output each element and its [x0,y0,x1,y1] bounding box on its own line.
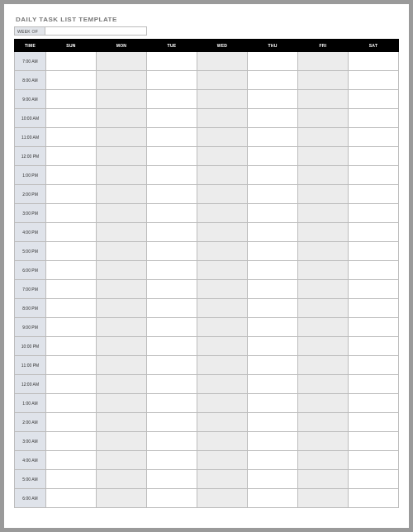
task-cell-sat[interactable] [349,261,399,280]
task-cell-fri[interactable] [298,280,349,299]
task-cell-fri[interactable] [298,318,349,337]
task-cell-fri[interactable] [298,299,349,318]
task-cell-thu[interactable] [248,109,298,128]
task-cell-thu[interactable] [248,128,298,147]
task-cell-mon[interactable] [97,71,147,90]
task-cell-tue[interactable] [147,128,197,147]
task-cell-mon[interactable] [97,413,147,432]
task-cell-mon[interactable] [97,90,147,109]
task-cell-wed[interactable] [197,280,248,299]
task-cell-mon[interactable] [97,470,147,489]
task-cell-tue[interactable] [147,147,197,166]
task-cell-sat[interactable] [349,489,399,508]
task-cell-mon[interactable] [97,52,147,71]
task-cell-thu[interactable] [248,470,298,489]
task-cell-sun[interactable] [46,261,97,280]
task-cell-sat[interactable] [349,242,399,261]
task-cell-fri[interactable] [298,432,349,451]
task-cell-wed[interactable] [197,166,248,185]
task-cell-wed[interactable] [197,489,248,508]
task-cell-fri[interactable] [298,451,349,470]
task-cell-mon[interactable] [97,166,147,185]
task-cell-sat[interactable] [349,71,399,90]
task-cell-sat[interactable] [349,451,399,470]
task-cell-tue[interactable] [147,204,197,223]
task-cell-mon[interactable] [97,185,147,204]
task-cell-sun[interactable] [46,71,97,90]
task-cell-wed[interactable] [197,204,248,223]
task-cell-tue[interactable] [147,318,197,337]
task-cell-fri[interactable] [298,261,349,280]
task-cell-wed[interactable] [197,223,248,242]
task-cell-sat[interactable] [349,432,399,451]
task-cell-fri[interactable] [298,394,349,413]
task-cell-tue[interactable] [147,356,197,375]
week-of-input[interactable] [45,26,147,36]
task-cell-tue[interactable] [147,185,197,204]
task-cell-sun[interactable] [46,318,97,337]
task-cell-tue[interactable] [147,375,197,394]
task-cell-thu[interactable] [248,166,298,185]
task-cell-thu[interactable] [248,204,298,223]
task-cell-tue[interactable] [147,451,197,470]
task-cell-sun[interactable] [46,185,97,204]
task-cell-fri[interactable] [298,147,349,166]
task-cell-sat[interactable] [349,375,399,394]
task-cell-fri[interactable] [298,489,349,508]
task-cell-tue[interactable] [147,280,197,299]
task-cell-thu[interactable] [248,432,298,451]
task-cell-wed[interactable] [197,413,248,432]
task-cell-wed[interactable] [197,356,248,375]
task-cell-fri[interactable] [298,413,349,432]
task-cell-wed[interactable] [197,71,248,90]
task-cell-mon[interactable] [97,299,147,318]
task-cell-thu[interactable] [248,451,298,470]
task-cell-sat[interactable] [349,166,399,185]
task-cell-thu[interactable] [248,90,298,109]
task-cell-mon[interactable] [97,375,147,394]
task-cell-wed[interactable] [197,470,248,489]
task-cell-fri[interactable] [298,166,349,185]
task-cell-sun[interactable] [46,394,97,413]
task-cell-sun[interactable] [46,52,97,71]
task-cell-sat[interactable] [349,147,399,166]
task-cell-fri[interactable] [298,109,349,128]
task-cell-tue[interactable] [147,413,197,432]
task-cell-tue[interactable] [147,432,197,451]
task-cell-sun[interactable] [46,489,97,508]
task-cell-thu[interactable] [248,185,298,204]
task-cell-sat[interactable] [349,356,399,375]
task-cell-sat[interactable] [349,413,399,432]
task-cell-sat[interactable] [349,470,399,489]
task-cell-sun[interactable] [46,375,97,394]
task-cell-wed[interactable] [197,128,248,147]
task-cell-sun[interactable] [46,356,97,375]
task-cell-thu[interactable] [248,71,298,90]
task-cell-wed[interactable] [197,185,248,204]
task-cell-tue[interactable] [147,71,197,90]
task-cell-tue[interactable] [147,223,197,242]
task-cell-tue[interactable] [147,394,197,413]
task-cell-sun[interactable] [46,280,97,299]
task-cell-wed[interactable] [197,375,248,394]
task-cell-wed[interactable] [197,90,248,109]
task-cell-thu[interactable] [248,52,298,71]
task-cell-mon[interactable] [97,147,147,166]
task-cell-mon[interactable] [97,337,147,356]
task-cell-fri[interactable] [298,128,349,147]
task-cell-sun[interactable] [46,470,97,489]
task-cell-mon[interactable] [97,356,147,375]
task-cell-thu[interactable] [248,299,298,318]
task-cell-tue[interactable] [147,299,197,318]
task-cell-thu[interactable] [248,242,298,261]
task-cell-thu[interactable] [248,394,298,413]
task-cell-sun[interactable] [46,337,97,356]
task-cell-tue[interactable] [147,109,197,128]
task-cell-fri[interactable] [298,71,349,90]
task-cell-fri[interactable] [298,223,349,242]
task-cell-tue[interactable] [147,52,197,71]
task-cell-wed[interactable] [197,451,248,470]
task-cell-fri[interactable] [298,204,349,223]
task-cell-mon[interactable] [97,128,147,147]
task-cell-fri[interactable] [298,375,349,394]
